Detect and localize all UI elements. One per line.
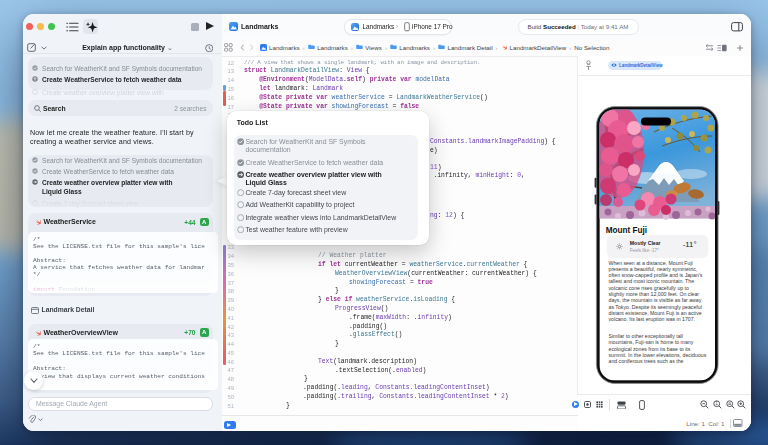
svg-text:1: 1 [715,401,718,406]
